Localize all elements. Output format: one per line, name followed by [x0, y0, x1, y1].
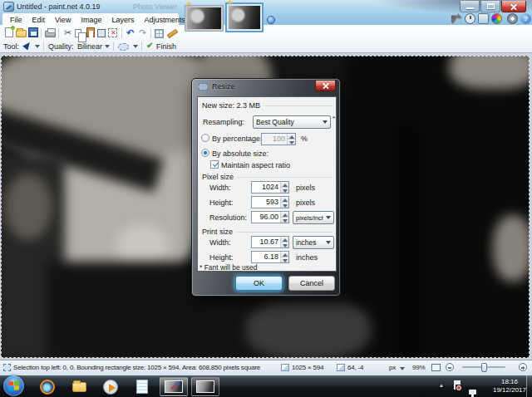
print-height-label: Height:	[209, 253, 234, 262]
pixel-grid-icon[interactable]	[155, 29, 164, 38]
save-icon[interactable]	[28, 27, 38, 37]
selection-mode-caret[interactable]	[133, 45, 138, 48]
zoom-slider-thumb[interactable]	[481, 363, 487, 372]
selection-mode-icon[interactable]	[118, 43, 129, 51]
print-height-spinner[interactable]: 6.18	[251, 251, 289, 263]
paintnet-app-icon	[3, 2, 14, 12]
menu-edit[interactable]: Edit	[27, 14, 51, 26]
maintain-aspect-checkbox[interactable]	[210, 160, 219, 169]
colors-window-icon[interactable]	[491, 13, 502, 24]
finish-check-icon[interactable]: ✔	[146, 41, 153, 50]
menu-layers[interactable]: Layers	[106, 14, 139, 26]
dropdown-caret-icon	[320, 120, 330, 124]
deselect-icon[interactable]	[108, 28, 117, 37]
clock-date: 19/12/2017	[492, 386, 527, 395]
by-percentage-label: By percentage:	[212, 135, 263, 143]
open-file-icon[interactable]	[16, 30, 27, 37]
print-unit-dropdown[interactable]: inches	[293, 236, 334, 249]
zoom-out-icon[interactable]	[446, 363, 454, 371]
new-size-group: New size: 2.3 MB	[202, 101, 332, 110]
start-button[interactable]	[3, 375, 24, 396]
resolution-unit-dropdown[interactable]: pixels/inch	[293, 211, 334, 224]
cut-icon[interactable]: ✂	[62, 27, 73, 38]
resolution-spinner[interactable]: 96.00	[251, 211, 289, 223]
resampling-label: Resampling:	[203, 118, 244, 126]
move-selection-tool-icon[interactable]	[22, 42, 32, 51]
spin-down-icon[interactable]	[281, 242, 288, 248]
image-tab-1[interactable]	[185, 5, 224, 32]
action-center-flag-icon[interactable]	[454, 380, 461, 390]
print-size-group: Print size	[202, 228, 332, 236]
resize-dialog: Resize New size: 2.3 MB Resampling: Best…	[191, 78, 341, 297]
unsaved-star-icon: ★	[186, 0, 192, 7]
unit-selector[interactable]: px	[389, 364, 396, 371]
zoom-in-icon[interactable]	[519, 363, 527, 371]
photo-right-dark-mass	[346, 56, 530, 358]
spin-down-icon[interactable]	[281, 187, 288, 193]
taskbar-firefox[interactable]	[35, 378, 60, 395]
menu-file[interactable]: File	[5, 14, 27, 26]
spin-down-icon[interactable]	[281, 217, 288, 223]
redo-icon[interactable]: ↷	[137, 27, 148, 38]
folder-icon	[72, 382, 86, 392]
taskbar-explorer[interactable]	[66, 378, 91, 395]
history-window-icon[interactable]	[465, 13, 475, 24]
quality-value[interactable]: Bilinear	[77, 42, 102, 51]
photo-right-top-light	[450, 56, 530, 89]
print-icon[interactable]	[45, 31, 56, 37]
photo-viewer-task-icon	[196, 380, 214, 393]
settings-icon[interactable]	[507, 13, 518, 24]
by-absolute-radio[interactable]	[201, 149, 209, 157]
menu-bar: File Edit View Image Layers Adjustments …	[2, 12, 180, 26]
percent-sign: %	[301, 135, 308, 143]
zoom-fit-icon[interactable]	[431, 364, 441, 371]
network-icon[interactable]	[469, 390, 477, 397]
image-size-text: 1025 × 594	[292, 364, 323, 371]
resampling-dropdown[interactable]: Best Quality	[253, 115, 331, 129]
firefox-icon	[40, 380, 55, 395]
taskbar-photo-viewer[interactable]	[191, 377, 219, 396]
maximize-button[interactable]	[480, 1, 500, 12]
percentage-spinner: 100	[261, 133, 296, 145]
pixel-width-spinner[interactable]: 1024	[251, 181, 289, 194]
unsaved-star-icon: ★	[227, 0, 233, 6]
close-icon	[510, 2, 518, 10]
image-thumbnail	[187, 7, 221, 29]
minimize-button[interactable]	[460, 1, 480, 12]
taskbar-media-player[interactable]	[98, 378, 123, 395]
undo-icon[interactable]: ↶	[125, 27, 135, 38]
notification-badge-icon[interactable]	[267, 16, 275, 24]
unit-caret-icon[interactable]	[400, 367, 405, 370]
tool-dropdown-caret[interactable]	[35, 45, 40, 48]
quality-dropdown-caret[interactable]	[105, 45, 110, 48]
pixel-height-spinner[interactable]: 593	[251, 196, 289, 208]
show-desktop-button[interactable]	[526, 375, 532, 397]
dialog-close-button[interactable]	[315, 81, 336, 91]
cancel-button[interactable]: Cancel	[288, 276, 335, 291]
minimize-icon	[466, 7, 474, 9]
menu-adjustments[interactable]: Adjustments	[139, 14, 190, 26]
image-thumbnail	[229, 6, 260, 29]
taskbar-notepad[interactable]	[130, 378, 155, 395]
image-tab-2-selected[interactable]	[225, 2, 264, 32]
spin-down-icon[interactable]	[281, 257, 288, 262]
copy-icon[interactable]	[75, 29, 81, 37]
close-button[interactable]	[501, 1, 526, 12]
help-icon[interactable]: ?	[520, 13, 531, 24]
ok-button[interactable]: OK	[235, 276, 283, 291]
print-width-spinner[interactable]: 10.67	[251, 236, 289, 248]
photo-bottom-gray	[246, 301, 371, 358]
spin-down-icon[interactable]	[281, 202, 288, 208]
paste-icon[interactable]	[86, 27, 95, 37]
taskbar-clock[interactable]: 18:16 19/12/2017	[492, 378, 527, 395]
finish-label[interactable]: Finish	[156, 42, 176, 51]
by-percentage-radio[interactable]	[201, 134, 209, 142]
crop-icon[interactable]	[97, 29, 106, 37]
new-file-icon[interactable]	[5, 27, 13, 37]
layers-window-icon[interactable]	[478, 13, 489, 24]
show-hidden-icons-button[interactable]: ▲	[439, 383, 444, 388]
pixels-unit: pixels	[296, 184, 315, 192]
taskbar-paintnet-active[interactable]	[160, 377, 188, 396]
menu-view[interactable]: View	[50, 14, 76, 26]
menu-image[interactable]: Image	[76, 14, 106, 26]
